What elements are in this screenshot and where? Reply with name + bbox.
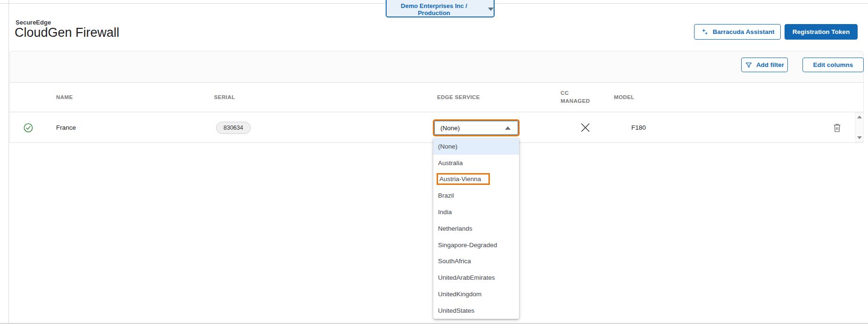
edge-service-option[interactable]: Brazil — [433, 187, 519, 204]
column-edge-service[interactable]: EDGE SERVICE — [433, 94, 558, 100]
edge-service-option[interactable]: (None) — [433, 138, 519, 155]
column-model[interactable]: MODEL — [610, 94, 694, 100]
edit-columns-button[interactable]: Edit columns — [802, 58, 864, 72]
table-scrollbar[interactable] — [855, 113, 864, 142]
trash-icon — [832, 122, 842, 133]
edge-service-option[interactable]: Singapore-Degraded — [433, 237, 519, 253]
edge-service-option[interactable]: UnitedStates — [433, 302, 519, 319]
serial-chip: 830634 — [216, 122, 251, 134]
add-filter-button[interactable]: Add filter — [741, 58, 788, 72]
column-name[interactable]: NAME — [47, 94, 214, 100]
delete-button[interactable] — [832, 122, 842, 133]
app-name: SecureEdge — [16, 19, 51, 26]
edge-service-option[interactable]: SouthAfrica — [433, 253, 519, 270]
edge-service-option[interactable]: Australia — [433, 155, 519, 171]
row-name: France — [47, 124, 214, 131]
column-serial[interactable]: SERIAL — [214, 94, 433, 100]
cc-not-managed-icon — [579, 121, 610, 134]
highlighted-option-box: Austria-Vienna — [437, 173, 490, 185]
column-cc-managed[interactable]: CC MANAGED — [558, 89, 610, 105]
scroll-up-icon[interactable] — [857, 116, 862, 118]
chevron-down-icon — [488, 8, 494, 11]
edit-columns-label: Edit columns — [813, 61, 853, 68]
table-toolbar: Add filter Edit columns — [10, 51, 863, 82]
page-title: CloudGen Firewall — [15, 25, 119, 40]
table-header: NAME SERIAL EDGE SERVICE CC MANAGED MODE… — [10, 82, 863, 112]
left-divider — [8, 0, 9, 324]
edge-service-select[interactable]: (None) — [434, 121, 518, 135]
assistant-button-label: Barracuda Assistant — [713, 28, 775, 35]
barracuda-assistant-button[interactable]: Barracuda Assistant — [694, 24, 781, 40]
chevron-up-icon — [505, 126, 511, 130]
registration-token-button[interactable]: Registration Token — [785, 24, 858, 40]
edge-service-option[interactable]: UnitedArabEmirates — [433, 269, 519, 286]
page: Demo Enterprises Inc / Production Secure… — [0, 0, 868, 325]
bottom-divider — [0, 323, 868, 324]
registration-token-label: Registration Token — [793, 28, 850, 35]
edge-service-option[interactable]: India — [433, 204, 519, 220]
row-model: F180 — [610, 124, 694, 131]
status-connected-icon — [23, 123, 33, 133]
tenant-selector[interactable]: Demo Enterprises Inc / Production — [386, 0, 495, 17]
edge-service-listbox: (None)AustraliaAustria-ViennaBrazilIndia… — [433, 138, 519, 319]
tenant-selector-label: Demo Enterprises Inc / Production — [387, 2, 481, 17]
sparkles-icon — [701, 28, 709, 36]
edge-service-option[interactable]: Austria-Vienna — [433, 171, 519, 188]
scroll-down-icon[interactable] — [857, 136, 862, 139]
edge-service-option[interactable]: Netherlands — [433, 220, 519, 237]
filter-icon — [745, 61, 752, 69]
edge-service-option[interactable]: UnitedKingdom — [433, 286, 519, 302]
edge-service-select-value: (None) — [440, 125, 460, 132]
add-filter-label: Add filter — [756, 61, 784, 68]
